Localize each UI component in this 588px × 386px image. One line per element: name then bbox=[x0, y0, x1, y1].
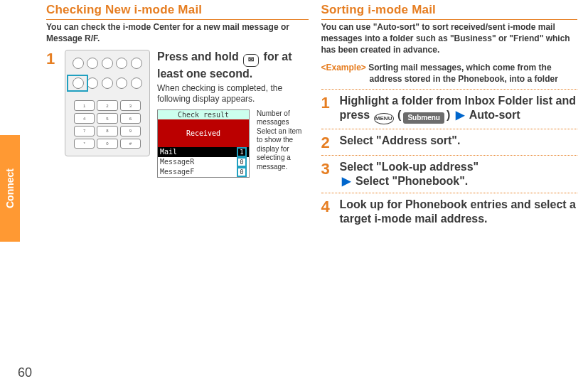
submenu-badge: Submenu bbox=[403, 112, 444, 124]
right-steps: 3 Select "Look-up address" ▶ Select "Pho… bbox=[321, 160, 578, 188]
side-category-tab: Connect bbox=[0, 135, 20, 242]
arrow-icon: ▶ bbox=[342, 175, 351, 187]
screen-row-msgR: MessageR 0 bbox=[158, 157, 249, 167]
screen-row-mail: Mail 1 bbox=[158, 147, 249, 157]
left-steps: 1 123 456 7 bbox=[46, 50, 309, 177]
paren-open: ( bbox=[397, 109, 401, 121]
step-number: 3 bbox=[321, 161, 340, 177]
step-number: 1 bbox=[321, 95, 340, 111]
divider bbox=[321, 155, 578, 156]
screen-list: Mail 1 MessageR 0 MessageF bbox=[158, 147, 249, 177]
right-step-3: 3 Select "Look-up address" ▶ Select "Pho… bbox=[321, 160, 578, 188]
mail-icon: ✉ bbox=[248, 55, 254, 65]
divider bbox=[321, 193, 578, 193]
step-body: Select "Address sort". bbox=[340, 134, 578, 148]
annotation-line-1: Number of messages bbox=[257, 109, 309, 127]
step1-title-a: Press and hold bbox=[157, 50, 242, 63]
menu-key-icon: MENU bbox=[374, 113, 394, 124]
row-count: 1 bbox=[237, 147, 247, 157]
left-column: Checking New i-mode Mail You can check t… bbox=[46, 0, 316, 365]
phone-screen: Check result Received Mail 1 Messa bbox=[157, 109, 250, 178]
page-number: 60 bbox=[18, 365, 32, 380]
phone-keys: 123 456 789 *0# bbox=[74, 100, 141, 149]
step1-text: Press and hold ✉ for at least one second… bbox=[157, 50, 309, 177]
step-body: Look up for Phonebook entries and select… bbox=[340, 198, 578, 226]
screen-title: Check result bbox=[158, 110, 249, 119]
row-count: 0 bbox=[237, 157, 247, 167]
step-body: 123 456 789 *0# Press and hold ✉ bbox=[65, 50, 309, 177]
example-text-b: address stored in the Phonebook, into a … bbox=[370, 73, 578, 85]
mail-key-icon: ✉ bbox=[243, 54, 259, 67]
left-step-1: 1 123 456 7 bbox=[46, 50, 309, 177]
step-number: 4 bbox=[321, 199, 340, 215]
right-steps: 2 Select "Address sort". bbox=[321, 134, 578, 151]
s3-line-a: Select "Look-up address" bbox=[340, 160, 578, 174]
row-label: MessageR bbox=[160, 158, 235, 166]
step1-title: Press and hold ✉ for at least one second… bbox=[157, 50, 309, 80]
right-step-2: 2 Select "Address sort". bbox=[321, 134, 578, 151]
row-label: MessageF bbox=[160, 168, 235, 176]
s3-line-b: Select "Phonebook". bbox=[356, 175, 468, 187]
step1-note: When checking is completed, the followin… bbox=[157, 83, 309, 105]
paren-close: ) bbox=[447, 109, 450, 121]
right-steps: 1 Highlight a folder from Inbox Folder l… bbox=[321, 94, 578, 124]
phone-illustration: 123 456 789 *0# bbox=[65, 50, 150, 156]
step-number: 2 bbox=[321, 135, 340, 151]
page-content: Checking New i-mode Mail You can check t… bbox=[46, 0, 584, 365]
arrow-icon: ▶ bbox=[456, 109, 464, 121]
step1-row: 123 456 789 *0# Press and hold ✉ bbox=[65, 50, 309, 177]
side-category-label: Connect bbox=[4, 168, 16, 208]
left-heading: Checking New i-mode Mail bbox=[46, 3, 309, 20]
screen-annotation: Number of messages Select an item to sho… bbox=[257, 109, 309, 172]
step-number: 1 bbox=[46, 51, 65, 67]
example-text-a: Sorting mail messages, which come from t… bbox=[368, 63, 551, 73]
screen-row-msgF: MessageF 0 bbox=[158, 167, 249, 177]
divider bbox=[321, 129, 578, 129]
screen-banner: Received bbox=[158, 119, 249, 147]
example-label: <Example> bbox=[321, 63, 366, 73]
step-body: Highlight a folder from Inbox Folder lis… bbox=[340, 94, 578, 124]
right-steps: 4 Look up for Phonebook entries and sele… bbox=[321, 198, 578, 226]
right-intro: You can use "Auto-sort" to sort received… bbox=[321, 21, 578, 56]
left-intro: You can check the i-mode Center for a ne… bbox=[46, 21, 309, 44]
right-heading: Sorting i-mode Mail bbox=[321, 3, 578, 20]
step-body: Select "Look-up address" ▶ Select "Phone… bbox=[340, 160, 578, 188]
result-row: Check result Received Mail 1 Messa bbox=[157, 109, 309, 178]
right-column: Sorting i-mode Mail You can use "Auto-so… bbox=[316, 0, 585, 365]
row-count: 0 bbox=[237, 167, 247, 177]
row-label: Mail bbox=[160, 148, 235, 156]
right-step-1: 1 Highlight a folder from Inbox Folder l… bbox=[321, 94, 578, 124]
example-block: <Example> Sorting mail messages, which c… bbox=[321, 62, 578, 85]
right-step-4: 4 Look up for Phonebook entries and sele… bbox=[321, 198, 578, 226]
mail-key-highlight bbox=[68, 76, 87, 90]
divider bbox=[321, 89, 578, 90]
s1-tail: Auto-sort bbox=[469, 109, 520, 121]
annotation-line-2: Select an item to show the display for s… bbox=[257, 127, 309, 172]
